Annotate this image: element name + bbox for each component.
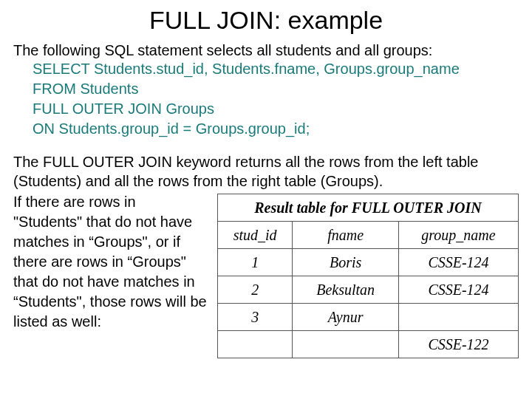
sql-line-2: FROM Students (33, 79, 519, 99)
side-paragraph: If there are rows in "Students" that do … (13, 192, 207, 332)
sql-line-4: ON Students.group_id = Groups.group_id; (33, 119, 519, 139)
table-row: 3 Aynur (218, 304, 519, 331)
result-table: Result table for FULL OUTER JOIN stud_id… (217, 194, 519, 358)
cell: CSSE-122 (399, 331, 519, 358)
cell: CSSE-124 (399, 249, 519, 276)
col-header-stud-id: stud_id (218, 222, 293, 249)
col-header-group-name: group_name (399, 222, 519, 249)
table-row: CSSE-122 (218, 331, 519, 358)
intro-text: The following SQL statement selects all … (13, 42, 519, 59)
cell: CSSE-124 (399, 276, 519, 304)
cell: Beksultan (293, 276, 399, 304)
cell: Aynur (293, 304, 399, 331)
table-row: 2 Beksultan CSSE-124 (218, 276, 519, 304)
slide-title: FULL JOIN: example (13, 6, 519, 35)
cell: 3 (218, 304, 293, 331)
sql-line-3: FULL OUTER JOIN Groups (33, 99, 519, 119)
cell (218, 331, 293, 358)
table-row: 1 Boris CSSE-124 (218, 249, 519, 276)
sql-line-1: SELECT Students.stud_id, Students.fname,… (33, 59, 519, 79)
sql-block: SELECT Students.stud_id, Students.fname,… (13, 59, 519, 139)
cell (293, 331, 399, 358)
cell: 1 (218, 249, 293, 276)
table-caption: Result table for FULL OUTER JOIN (218, 194, 519, 222)
cell (399, 304, 519, 331)
explanation-paragraph: The FULL OUTER JOIN keyword returns all … (13, 152, 519, 191)
col-header-fname: fname (293, 222, 399, 249)
cell: 2 (218, 276, 293, 304)
cell: Boris (293, 249, 399, 276)
